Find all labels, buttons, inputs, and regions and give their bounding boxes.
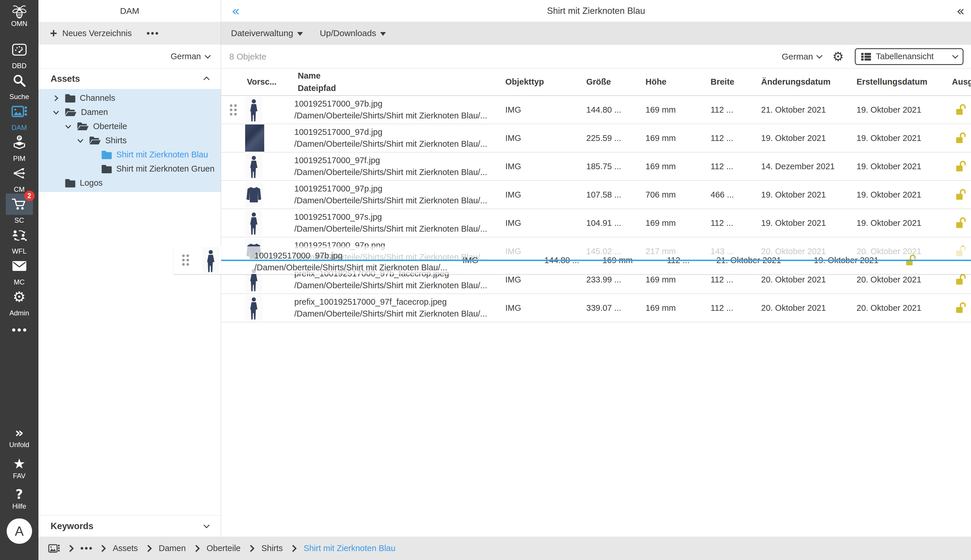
object-type: IMG: [503, 218, 584, 228]
rail-item-suche[interactable]: Suche: [0, 70, 38, 100]
directory-more-button[interactable]: [147, 32, 158, 35]
chevron-down-icon[interactable]: [64, 123, 72, 130]
table-row[interactable]: 100192517000_97p.jpg /Damen/Oberteile/Sh…: [221, 181, 971, 209]
modified-date: 20. Oktober 2021: [759, 275, 854, 285]
tree-item-logos[interactable]: Logos: [38, 176, 221, 190]
rail-item-dam[interactable]: DAM: [0, 100, 38, 132]
unlocked-icon[interactable]: [955, 132, 966, 144]
col-header-size[interactable]: Größe: [584, 77, 643, 87]
unlocked-icon[interactable]: [955, 160, 966, 173]
question-icon: ?: [16, 488, 23, 501]
thumbnail-graphic: [247, 212, 261, 236]
new-directory-button[interactable]: Neues Verzeichnis: [62, 28, 132, 38]
object-type: IMG: [503, 133, 584, 143]
rail-item-wfl[interactable]: WFL: [0, 224, 38, 255]
caret-down-icon: [380, 32, 386, 36]
col-header-width[interactable]: Breite: [708, 77, 759, 87]
col-header-name-path[interactable]: Name Dateipfad: [292, 70, 503, 94]
breadcrumb-item-assets[interactable]: Assets: [113, 543, 138, 553]
rail-item-sc[interactable]: 2 SC: [0, 193, 38, 224]
chevron-down-icon[interactable]: [77, 137, 84, 144]
created-date: 19. Oktober 2021: [854, 218, 949, 228]
col-header-checked-out[interactable]: Ausge: [949, 77, 971, 87]
chevron-right-icon[interactable]: [52, 95, 60, 102]
object-count: 8 Objekte: [229, 52, 266, 62]
file-size: 339.07 ...: [584, 303, 643, 313]
assets-section-header[interactable]: Assets: [38, 68, 221, 89]
modified-date: 20. Oktober 2021: [759, 303, 854, 313]
keywords-section-header[interactable]: Keywords: [38, 515, 221, 537]
rail-item-admin[interactable]: ⚙ Admin: [0, 286, 38, 317]
table-row[interactable]: 100192517000_97s.jpg /Damen/Oberteile/Sh…: [221, 209, 971, 237]
folder-open-icon: [89, 136, 102, 145]
asset-thumbnail: [245, 153, 262, 179]
modified-date: 21. Oktober 2021: [759, 105, 854, 115]
col-header-preview[interactable]: Vorsc...: [243, 77, 292, 87]
caret-down-icon: [297, 32, 303, 36]
folder-open-icon: [64, 108, 77, 117]
breadcrumb-item-damen[interactable]: Damen: [159, 543, 186, 553]
tree-item-shirt-mit-zierknoten-gruen[interactable]: Shirt mit Zierknoten Gruen: [38, 162, 221, 176]
dashboard-gauge-icon: [12, 43, 27, 56]
col-header-created[interactable]: Erstellungsdatum: [854, 77, 949, 87]
tree-item-shirts[interactable]: Shirts: [38, 133, 221, 148]
content-language-dropdown[interactable]: German: [782, 52, 821, 62]
sidebar-language-dropdown[interactable]: German: [38, 45, 221, 68]
tree-item-channels[interactable]: Channels: [38, 91, 221, 105]
unlocked-icon[interactable]: [955, 188, 966, 201]
rail-item-fav[interactable]: ★ FAV: [0, 453, 38, 483]
folder-icon: [101, 150, 112, 159]
page-title: Shirt mit Zierknoten Blau: [547, 6, 645, 16]
collapse-sidebar-button[interactable]: «: [232, 4, 240, 18]
cart-badge: 2: [24, 191, 35, 201]
omn-logo[interactable]: OMN: [11, 5, 28, 27]
drag-handle-icon[interactable]: [230, 104, 237, 115]
settings-gear-icon[interactable]: ⚙: [832, 50, 844, 63]
rail-item-unfold[interactable]: » Unfold: [0, 422, 38, 453]
updownloads-menu[interactable]: Up/Downloads: [320, 28, 386, 38]
image-height: 169 mm: [643, 105, 708, 115]
breadcrumb-item-oberteile[interactable]: Oberteile: [207, 543, 241, 553]
unlocked-icon[interactable]: [955, 103, 966, 116]
unlocked-icon[interactable]: [955, 273, 966, 286]
collapse-right-panel-button[interactable]: «: [956, 4, 964, 18]
drop-indicator-line: [221, 260, 971, 261]
table-row[interactable]: prefix_100192517000_97f_facecrop.jpeg /D…: [221, 294, 971, 322]
tree-item-oberteile[interactable]: Oberteile: [38, 119, 221, 133]
breadcrumb-item-shirts[interactable]: Shirts: [261, 543, 283, 553]
rail-item-hilfe[interactable]: ? Hilfe: [0, 483, 38, 514]
created-date: 20. Oktober 2021: [854, 303, 949, 313]
object-type: IMG: [503, 190, 584, 200]
user-avatar[interactable]: A: [7, 518, 32, 544]
tree-item-damen[interactable]: Damen: [38, 105, 221, 119]
table-row[interactable]: 100192517000_97b.jpg /Damen/Oberteile/Sh…: [221, 96, 971, 124]
thumbnail-graphic: [247, 99, 261, 123]
asset-thumbnail: [245, 182, 262, 207]
file-size: 233.99 ...: [584, 275, 643, 285]
rail-item-more[interactable]: [0, 317, 38, 343]
breadcrumb-ellipsis[interactable]: [81, 547, 92, 550]
dam-root-icon[interactable]: [48, 544, 60, 553]
unlocked-icon[interactable]: [955, 217, 966, 229]
rail-item-mc[interactable]: MC: [0, 255, 38, 286]
col-header-modified[interactable]: Änderungsdatum: [759, 77, 854, 87]
folder-icon: [64, 93, 76, 103]
chevron-down-icon[interactable]: [52, 108, 60, 116]
view-mode-select[interactable]: Tabellenansicht: [855, 48, 963, 65]
asset-thumbnail: [245, 210, 262, 236]
col-header-height[interactable]: Höhe: [643, 77, 708, 87]
unlocked-icon[interactable]: [955, 302, 966, 314]
file-management-menu[interactable]: Dateiverwaltung: [231, 28, 303, 38]
table-row[interactable]: 100192517000_97d.jpg /Damen/Oberteile/Sh…: [221, 124, 971, 152]
rail-item-pim[interactable]: P PIM: [0, 132, 38, 162]
rail-item-cm[interactable]: CM: [0, 162, 38, 193]
thumbnail-graphic: [247, 156, 261, 179]
unfold-chevrons-icon: »: [15, 426, 24, 439]
table-row[interactable]: 100192517000_97f.jpg /Damen/Oberteile/Sh…: [221, 152, 971, 181]
col-header-type[interactable]: Objekttyp: [503, 77, 584, 87]
image-height: 169 mm: [643, 275, 708, 285]
breadcrumb-separator-icon: [247, 545, 254, 552]
tree-item-shirt-mit-zierknoten-blau[interactable]: Shirt mit Zierknoten Blau: [38, 148, 221, 162]
rail-item-dbd[interactable]: DBD: [0, 39, 38, 70]
thumbnail-graphic: [204, 250, 217, 273]
